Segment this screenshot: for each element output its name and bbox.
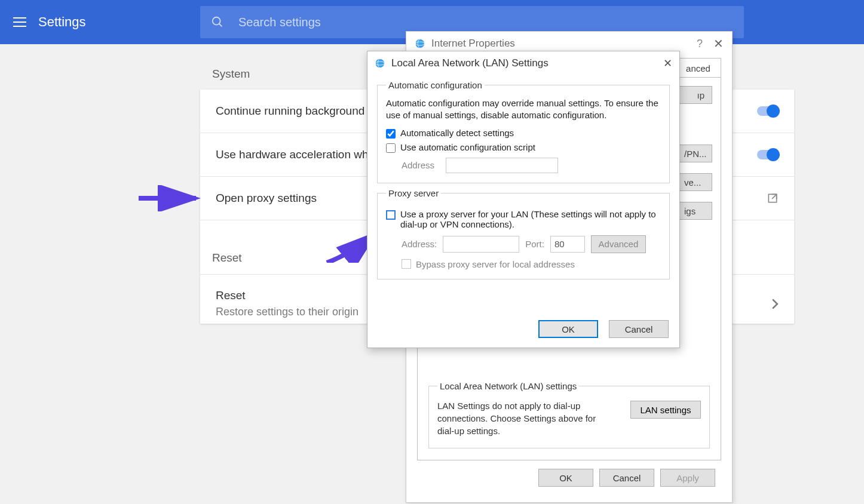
ip-ok-button[interactable]: OK — [538, 469, 593, 487]
use-proxy-checkbox[interactable]: Use a proxy server for your LAN (These s… — [386, 209, 661, 229]
menu-icon[interactable] — [13, 17, 26, 27]
auto-detect-checkbox[interactable]: Automatically detect settings — [386, 128, 661, 139]
auto-script-checkbox[interactable]: Use automatic configuration script — [386, 142, 661, 153]
ip-title-text: Internet Properties — [431, 38, 515, 50]
lan-legend: Local Area Network (LAN) settings — [437, 381, 579, 391]
auto-config-legend: Automatic configuration — [386, 80, 485, 90]
search-icon — [211, 16, 224, 29]
use-proxy-label: Use a proxy server for your LAN (These s… — [400, 209, 661, 229]
bypass-label: Bypass proxy server for local addresses — [416, 259, 575, 269]
lan-title-text: Local Area Network (LAN) Settings — [391, 57, 549, 69]
auto-detect-input[interactable] — [386, 129, 396, 139]
toggle-background[interactable] — [757, 106, 779, 116]
system-section-label: System — [212, 67, 250, 81]
search-placeholder: Search settings — [238, 16, 321, 29]
page-title: Settings — [38, 14, 86, 30]
auto-address-input[interactable] — [446, 158, 558, 173]
ip-cancel-button[interactable]: Cancel — [599, 469, 654, 487]
settings-button[interactable]: igs — [676, 202, 712, 220]
globe-icon — [375, 58, 385, 69]
row-label: Use hardware acceleration wh — [216, 148, 369, 161]
lan-cancel-button[interactable]: Cancel — [609, 320, 669, 338]
row-label: Continue running background — [216, 105, 364, 118]
annotation-arrow-1 — [136, 185, 202, 211]
proxy-address-input[interactable] — [443, 236, 519, 253]
auto-script-input[interactable] — [386, 143, 396, 153]
auto-config-group: Automatic configuration Automatic config… — [377, 80, 670, 183]
use-proxy-input[interactable] — [386, 210, 396, 220]
row-label: Open proxy settings — [216, 192, 317, 205]
svg-point-0 — [213, 17, 220, 25]
lan-titlebar: Local Area Network (LAN) Settings ✕ — [367, 51, 679, 75]
reset-subtitle: Restore settings to their origin — [216, 306, 359, 318]
lan-fieldset: Local Area Network (LAN) settings LAN Se… — [428, 381, 710, 448]
proxy-port-input[interactable]: 80 — [550, 236, 585, 253]
lan-description: LAN Settings do not apply to dial-up con… — [437, 399, 605, 437]
setup-button[interactable]: ıp — [676, 86, 712, 104]
auto-detect-label: Automatically detect settings — [400, 128, 514, 138]
auto-config-desc: Automatic configuration may override man… — [386, 97, 661, 122]
toggle-hardware[interactable] — [757, 150, 779, 159]
proxy-address-label: Address: — [402, 239, 437, 249]
external-link-icon — [767, 192, 779, 204]
proxy-legend: Proxy server — [386, 188, 441, 198]
remove-button[interactable]: ve... — [676, 173, 712, 191]
close-icon[interactable]: ✕ — [713, 36, 724, 51]
help-icon[interactable]: ? — [697, 38, 703, 50]
close-icon[interactable]: ✕ — [663, 57, 672, 70]
reset-title: Reset — [216, 289, 359, 302]
address-label: Address — [402, 160, 440, 170]
svg-line-3 — [772, 194, 777, 199]
lan-settings-button[interactable]: LAN settings — [630, 401, 701, 419]
bypass-checkbox[interactable] — [402, 259, 411, 269]
add-vpn-button[interactable]: /PN... — [676, 145, 712, 162]
proxy-port-label: Port: — [525, 239, 544, 249]
lan-settings-dialog: Local Area Network (LAN) Settings ✕ Auto… — [367, 51, 680, 348]
svg-line-1 — [219, 24, 222, 27]
proxy-group: Proxy server Use a proxy server for your… — [377, 188, 670, 279]
ip-apply-button: Apply — [660, 469, 715, 487]
tab-advanced[interactable]: anced — [675, 58, 721, 78]
advanced-button[interactable]: Advanced — [591, 235, 646, 253]
lan-ok-button[interactable]: OK — [538, 320, 598, 338]
chevron-right-icon — [771, 299, 779, 309]
globe-icon — [415, 38, 425, 49]
auto-script-label: Use automatic configuration script — [400, 142, 535, 152]
